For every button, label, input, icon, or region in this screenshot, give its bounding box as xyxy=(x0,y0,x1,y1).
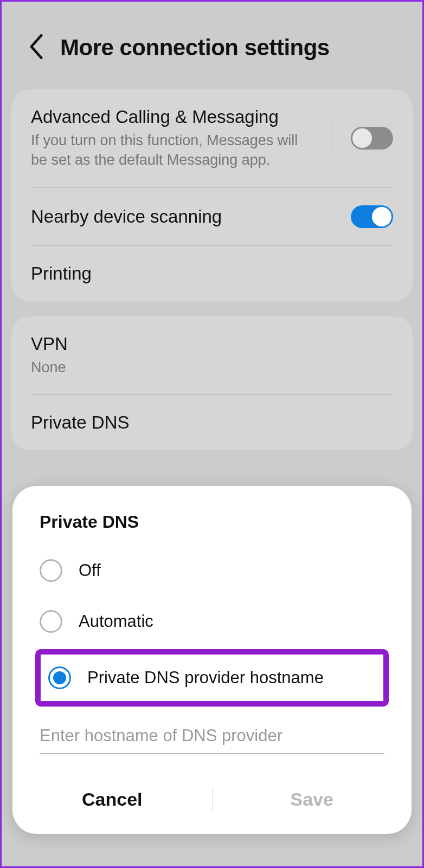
row-title: Printing xyxy=(31,263,393,284)
back-icon[interactable] xyxy=(29,34,44,61)
row-nearby-scanning[interactable]: Nearby device scanning xyxy=(31,188,393,246)
cancel-button[interactable]: Cancel xyxy=(12,780,212,819)
radio-option-hostname[interactable]: Private DNS provider hostname xyxy=(35,649,389,707)
row-advanced-calling[interactable]: Advanced Calling & Messaging If you turn… xyxy=(31,89,393,188)
toggle-advanced-calling[interactable] xyxy=(351,127,393,150)
row-title: Advanced Calling & Messaging xyxy=(31,107,313,127)
row-printing[interactable]: Printing xyxy=(31,246,393,301)
settings-card-1: Advanced Calling & Messaging If you turn… xyxy=(11,89,413,301)
row-subtitle: None xyxy=(31,358,393,377)
radio-label: Private DNS provider hostname xyxy=(87,668,324,688)
save-button[interactable]: Save xyxy=(213,780,412,819)
radio-option-automatic[interactable]: Automatic xyxy=(12,596,412,647)
radio-label: Automatic xyxy=(79,612,153,631)
divider xyxy=(332,123,332,153)
row-title: Private DNS xyxy=(31,412,393,433)
row-title: Nearby device scanning xyxy=(31,206,340,227)
radio-icon xyxy=(40,610,62,633)
row-title: VPN xyxy=(31,334,393,354)
radio-label: Off xyxy=(79,561,101,580)
radio-icon xyxy=(48,666,71,689)
row-subtitle: If you turn on this function, Messages w… xyxy=(31,131,313,170)
private-dns-dialog: Private DNS Off Automatic Private DNS pr… xyxy=(12,486,412,834)
radio-icon xyxy=(40,559,62,582)
header: More connection settings xyxy=(2,2,422,83)
dialog-title: Private DNS xyxy=(12,512,412,545)
toggle-nearby-scanning[interactable] xyxy=(351,205,393,228)
dialog-actions: Cancel Save xyxy=(12,775,412,824)
page-title: More connection settings xyxy=(60,35,330,61)
hostname-input[interactable] xyxy=(40,718,384,754)
row-private-dns[interactable]: Private DNS xyxy=(31,395,393,450)
row-vpn[interactable]: VPN None xyxy=(31,316,393,395)
radio-option-off[interactable]: Off xyxy=(12,545,412,596)
settings-card-2: VPN None Private DNS xyxy=(11,316,413,450)
